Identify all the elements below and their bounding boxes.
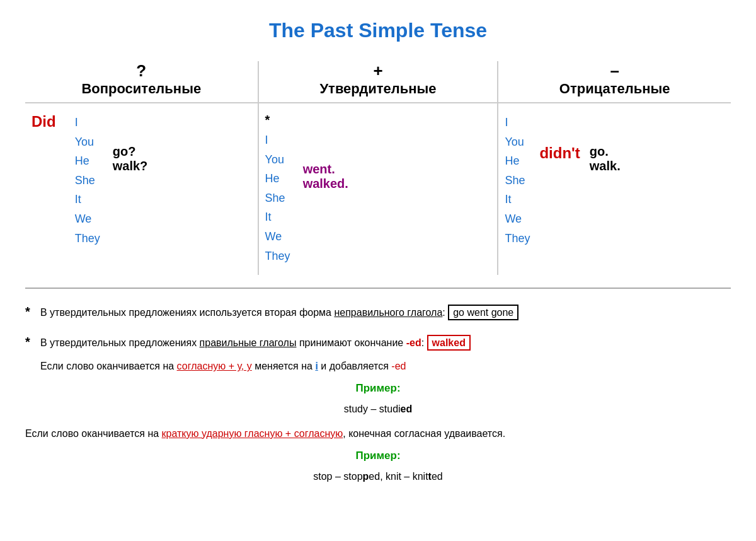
did-label: Did — [32, 113, 56, 131]
didnt-label: didn't — [539, 144, 580, 161]
affirmative-symbol: + — [373, 61, 382, 81]
negative-cell: I You He She It We They didn't go. walk. — [498, 103, 731, 275]
affirmative-asterisk: * — [265, 113, 270, 127]
q-verb1: go? — [113, 144, 148, 159]
neg-pronoun-you: You — [505, 132, 530, 152]
pronoun-i: I — [75, 113, 100, 132]
note3-link: краткую ударную гласную + согласную — [162, 428, 343, 439]
pronoun-he: He — [75, 151, 100, 171]
notes-section: * В утвердительных предложениях использу… — [25, 299, 731, 487]
neg-pronoun-they: They — [505, 229, 530, 248]
neg-verb1: go. — [590, 144, 621, 159]
negative-header: – Отрицательные — [498, 61, 731, 103]
question-cell: Did I You He She It We They go? walk? — [25, 103, 258, 275]
note2-asterisk: * — [25, 329, 37, 354]
neg-pronoun-she: She — [505, 171, 530, 190]
aff-pronoun-i: I — [265, 131, 290, 150]
pronoun-we: We — [75, 209, 100, 229]
example1-text: study – studied — [25, 399, 731, 419]
aff-pronoun-she: She — [265, 189, 290, 208]
note2-ed: -ed — [406, 337, 421, 348]
note2-boxed: walked — [427, 335, 471, 351]
note1-asterisk: * — [25, 299, 37, 324]
note1-row: * В утвердительных предложениях использу… — [25, 299, 731, 324]
example1-block: Пример: study – studied — [25, 378, 731, 419]
example1-label: Пример: — [25, 378, 731, 399]
affirmative-label: Утвердительные — [319, 81, 436, 97]
question-header: ? Вопросительные — [25, 61, 258, 103]
question-pronouns: I You He She It We They — [75, 113, 100, 248]
note2-row: * В утвердительных предложениях правильн… — [25, 329, 731, 354]
affirmative-pronouns: I You He She It We They — [265, 131, 290, 265]
neg-pronoun-it: It — [505, 190, 530, 209]
aff-pronoun-it: It — [265, 207, 290, 227]
note3-text: Если слово оканчивается на краткую ударн… — [25, 426, 505, 442]
aff-pronoun-we: We — [265, 227, 290, 247]
note2-ed2: -ed — [391, 361, 406, 371]
affirmative-header: + Утвердительные — [258, 61, 498, 103]
example2-block: Пример: stop – stopped, knit – knitted — [25, 445, 731, 487]
note2-block: * В утвердительных предложениях правильн… — [25, 329, 731, 375]
example2-text: stop – stopped, knit – knitted — [25, 467, 731, 487]
note2-i: i — [315, 361, 318, 371]
aff-pronoun-he: He — [265, 169, 290, 189]
note2-underline: правильные глаголы — [200, 337, 297, 348]
example2-label: Пример: — [25, 445, 731, 467]
example2-bold2: t — [428, 471, 432, 482]
note3-row: Если слово оканчивается на краткую ударн… — [25, 426, 731, 442]
note2-text: В утвердительных предложениях правильные… — [40, 335, 471, 351]
aff-verb1: went. — [303, 162, 348, 177]
aff-pronoun-they: They — [265, 247, 290, 266]
note1-underline: неправильного глагола — [334, 307, 442, 318]
note2-link: согласную + у, у — [177, 361, 252, 371]
note1-boxed: go went gone — [448, 305, 518, 320]
note1-text: В утвердительных предложениях использует… — [40, 305, 518, 321]
aff-verb2: walked. — [303, 177, 348, 191]
negative-label: Отрицательные — [559, 81, 670, 97]
question-label: Вопросительные — [81, 81, 201, 97]
page-title: The Past Simple Tense — [25, 19, 731, 42]
neg-pronoun-he: He — [505, 151, 530, 171]
negative-pronouns: I You He She It We They — [505, 113, 530, 248]
neg-pronoun-i: I — [505, 113, 530, 132]
pronoun-she: She — [75, 171, 100, 190]
example1-bold: ed — [401, 404, 413, 414]
pronoun-you: You — [75, 132, 100, 152]
example2-bold1: p — [363, 471, 369, 482]
affirmative-cell: * I You He She It We They went. walked. — [258, 103, 498, 275]
neg-verb2: walk. — [590, 159, 621, 173]
pronoun-it: It — [75, 190, 100, 209]
note2-line2: Если слово оканчивается на согласную + у… — [40, 358, 731, 375]
pronoun-they: They — [75, 229, 100, 248]
grammar-table: ? Вопросительные + Утвердительные – Отри… — [25, 61, 731, 275]
aff-pronoun-you: You — [265, 150, 290, 170]
question-symbol: ? — [136, 61, 146, 81]
negative-symbol: – — [610, 61, 619, 81]
neg-pronoun-we: We — [505, 209, 530, 229]
q-verb2: walk? — [113, 159, 148, 173]
